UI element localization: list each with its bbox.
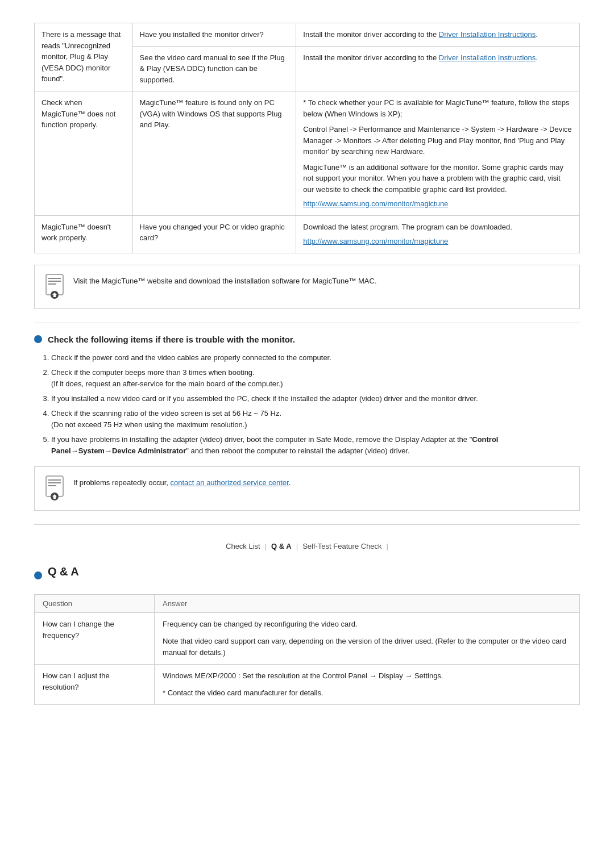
qa-col-answer: Answer xyxy=(154,594,579,612)
svg-rect-8 xyxy=(48,485,56,486)
problem-cell: MagicTune™ doesn't work properly. xyxy=(35,215,133,253)
solution-cell: Download the latest program. The program… xyxy=(296,215,580,253)
check-cell: See the video card manual to see if the … xyxy=(132,46,296,91)
nav-checklist[interactable]: Check List xyxy=(226,542,260,550)
question-cell: How can I adjust the resolution? xyxy=(35,665,155,705)
nav-selftest[interactable]: Self-Test Feature Check xyxy=(302,542,381,550)
list-item: If you have problems in installing the a… xyxy=(51,434,580,457)
table-row: There is a message that reads "Unrecogni… xyxy=(35,23,580,47)
service-note-box: If problems repeatedly occur, contact an… xyxy=(34,466,580,511)
solution-cell: Install the monitor driver according to … xyxy=(296,46,580,91)
list-item: Check if the scanning ratio of the video… xyxy=(51,408,580,431)
service-center-link[interactable]: contact an authorized service center xyxy=(171,478,289,487)
solution-cell: * To check whether your PC is available … xyxy=(296,91,580,216)
magictune-icon xyxy=(44,273,65,301)
svg-rect-7 xyxy=(48,482,61,483)
qa-col-question: Question xyxy=(35,594,155,612)
samsung-link-2[interactable]: http://www.samsung.com/monitor/magictune xyxy=(303,237,448,245)
question-cell: How can I change the frequency? xyxy=(35,612,155,664)
qa-bullet xyxy=(34,571,42,579)
qa-heading: Q & A xyxy=(34,565,580,586)
qa-title: Q & A xyxy=(48,565,79,578)
trouble-section: There is a message that reads "Unrecogni… xyxy=(34,23,580,309)
list-item: Check if the computer beeps more than 3 … xyxy=(51,367,580,390)
bold-text: Control Panel→System→Device Administrato… xyxy=(51,435,498,455)
service-icon xyxy=(44,475,65,502)
magictune-note-content: Visit the MagicTune™ website and downloa… xyxy=(73,277,377,285)
trouble-table: There is a message that reads "Unrecogni… xyxy=(34,23,580,253)
table-row: How can I change the frequency? Frequenc… xyxy=(35,612,580,664)
qa-table-body: How can I change the frequency? Frequenc… xyxy=(35,612,580,705)
svg-rect-1 xyxy=(48,278,61,279)
nav-qa[interactable]: Q & A xyxy=(271,542,292,550)
table-row: Check when MagicTune™ does not function … xyxy=(35,91,580,216)
qa-table: Question Answer How can I change the fre… xyxy=(34,594,580,706)
list-item: Check if the power cord and the video ca… xyxy=(51,352,580,364)
answer-cell: Windows ME/XP/2000 : Set the resolution … xyxy=(154,665,579,705)
check-cell: Have you changed your PC or video graphi… xyxy=(132,215,296,253)
service-note-text: If problems repeatedly occur, contact an… xyxy=(73,475,291,489)
driver-link-1[interactable]: Driver Installation Instructions xyxy=(439,30,536,39)
qa-section: Q & A Question Answer How can I change t… xyxy=(34,565,580,706)
divider-1 xyxy=(34,323,580,323)
check-heading: Check the following items if there is tr… xyxy=(34,335,580,344)
table-row: How can I adjust the resolution? Windows… xyxy=(35,665,580,705)
table-row: MagicTune™ doesn't work properly. Have y… xyxy=(35,215,580,253)
check-cell: Have you installed the monitor driver? xyxy=(132,23,296,47)
nav-sep-2: | xyxy=(296,542,298,550)
divider-2 xyxy=(34,524,580,525)
list-item: If you installed a new video card or if … xyxy=(51,393,580,404)
check-bullet xyxy=(34,335,42,343)
service-note-before: If problems repeatedly occur, xyxy=(73,478,171,487)
svg-rect-6 xyxy=(48,479,61,481)
nav-sep-3: | xyxy=(387,542,388,550)
service-note-after: . xyxy=(289,478,291,487)
samsung-link-1[interactable]: http://www.samsung.com/monitor/magictune xyxy=(303,199,448,208)
check-list: Check if the power cord and the video ca… xyxy=(51,352,580,457)
qa-table-header-row: Question Answer xyxy=(35,594,580,612)
solution-cell: Install the monitor driver according to … xyxy=(296,23,580,47)
problem-cell: There is a message that reads "Unrecogni… xyxy=(35,23,133,91)
magictune-note-box: Visit the MagicTune™ website and downloa… xyxy=(34,265,580,309)
nav-bar: Check List | Q & A | Self-Test Feature C… xyxy=(34,536,580,560)
answer-cell: Frequency can be changed by reconfigurin… xyxy=(154,612,579,664)
check-section: Check the following items if there is tr… xyxy=(34,335,580,511)
svg-rect-2 xyxy=(48,281,61,282)
driver-link-2[interactable]: Driver Installation Instructions xyxy=(439,53,536,62)
problem-cell: Check when MagicTune™ does not function … xyxy=(35,91,133,216)
magictune-note-text: Visit the MagicTune™ website and downloa… xyxy=(73,273,377,287)
check-heading-text: Check the following items if there is tr… xyxy=(48,335,295,344)
check-cell: MagicTune™ feature is found only on PC (… xyxy=(132,91,296,216)
svg-rect-3 xyxy=(48,283,56,285)
nav-sep-1: | xyxy=(265,542,267,550)
